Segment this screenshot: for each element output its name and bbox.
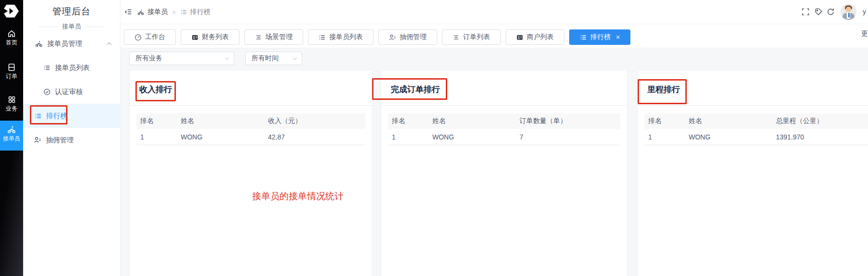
mileage-ranking-table: 排名 姓名 总里程（公里） 1 WONG 1391.970 bbox=[644, 113, 868, 145]
time-filter-select[interactable]: 所有时间 bbox=[245, 52, 302, 65]
top-header: 接单员 > 排行榜 bbox=[120, 0, 868, 24]
business-filter-select[interactable]: 所有业务 bbox=[129, 52, 234, 65]
sidebar-section-label: 接单员 bbox=[23, 22, 120, 31]
rail-item-couriers-active[interactable]: 接单员 bbox=[0, 121, 23, 151]
tab-ranking-active[interactable]: 排行榜 × bbox=[569, 29, 630, 45]
rider-icon bbox=[137, 9, 145, 15]
apps-icon bbox=[8, 96, 16, 104]
tab-commission-management[interactable]: 抽佣管理 bbox=[378, 29, 437, 45]
list-icon bbox=[180, 9, 187, 15]
cell-rank: 1 bbox=[644, 133, 685, 141]
cell-value: 7 bbox=[516, 133, 620, 141]
sidebar-item-courier-management[interactable]: 接单员管理 bbox=[23, 31, 120, 55]
select-value: 所有业务 bbox=[135, 54, 162, 63]
table-row: 1 WONG 7 bbox=[388, 129, 620, 145]
rail-item-business[interactable]: 业务 bbox=[0, 96, 23, 112]
card-icon bbox=[191, 34, 199, 41]
tab-label: 场景管理 bbox=[266, 33, 293, 41]
cell-name: WONG bbox=[685, 133, 772, 141]
sidebar-item-commission-management[interactable]: 抽佣管理 bbox=[23, 128, 120, 152]
tab-label: 财务列表 bbox=[202, 33, 229, 41]
username-text[interactable]: y bbox=[863, 8, 866, 15]
rail-item-label: 首页 bbox=[0, 39, 23, 46]
order-icon bbox=[7, 63, 16, 71]
rider-icon bbox=[7, 125, 16, 134]
table-row: 1 WONG 1391.970 bbox=[644, 129, 868, 145]
rail-item-orders[interactable]: 订单 bbox=[0, 63, 23, 80]
sidebar-item-courier-list[interactable]: 接单员列表 bbox=[23, 55, 120, 80]
sidebar-item-certification-review[interactable]: 认证审核 bbox=[23, 80, 120, 104]
open-tabs-bar: 工作台 财务列表 场景管理 接单员列表 bbox=[120, 24, 868, 48]
theme-tag-icon[interactable] bbox=[815, 8, 823, 16]
check-circle-icon bbox=[43, 88, 51, 96]
sidebar-item-label: 认证审核 bbox=[55, 87, 83, 97]
chevron-down-icon bbox=[225, 56, 229, 60]
column-header: 姓名 bbox=[177, 117, 264, 125]
column-header: 排名 bbox=[136, 117, 177, 125]
person-icon bbox=[389, 34, 396, 41]
tab-label: 接单员列表 bbox=[329, 33, 363, 41]
column-header: 收入（元） bbox=[264, 117, 365, 125]
orders-ranking-card: 完成订单排行 排名 姓名 订单数量（单） 1 WONG 7 bbox=[381, 70, 628, 276]
tab-merchant-list[interactable]: 商户列表 bbox=[506, 29, 564, 45]
breadcrumb-item-ranking: 排行榜 bbox=[180, 8, 211, 16]
table-header-row: 排名 姓名 订单数量（单） bbox=[388, 113, 620, 129]
sidebar-item-label: 排行榜 bbox=[46, 111, 67, 121]
avatar-face bbox=[846, 7, 851, 12]
home-icon bbox=[7, 29, 16, 38]
mileage-ranking-card: 里程排行 排名 姓名 总里程（公里） 1 WONG 1391.970 bbox=[637, 70, 868, 276]
avatar-tie bbox=[848, 13, 850, 17]
tab-order-list[interactable]: 订单列表 bbox=[442, 29, 501, 45]
income-ranking-card: 收入排行 排名 姓名 收入（元） 1 WONG 42.87 bbox=[129, 70, 373, 276]
tab-label: 商户列表 bbox=[527, 33, 554, 41]
cell-name: WONG bbox=[177, 133, 264, 141]
cell-rank: 1 bbox=[136, 133, 177, 141]
select-value: 所有时间 bbox=[252, 54, 279, 63]
card-title: 收入排行 bbox=[130, 70, 372, 106]
column-header: 总里程（公里） bbox=[772, 117, 868, 125]
breadcrumb-item-couriers[interactable]: 接单员 bbox=[137, 8, 168, 16]
rail-item-label: 业务 bbox=[0, 105, 23, 112]
user-avatar[interactable] bbox=[841, 4, 856, 20]
fullscreen-icon[interactable] bbox=[801, 8, 810, 16]
rail-item-label: 订单 bbox=[0, 73, 23, 80]
app-logo-icon[interactable] bbox=[3, 4, 20, 18]
main-content: 所有业务 所有时间 收入排行 排名 姓名 收入（元） 1 WONG 42.87 bbox=[120, 48, 868, 276]
app-title: 管理后台 bbox=[23, 5, 120, 18]
close-icon[interactable]: × bbox=[616, 34, 620, 41]
tab-courier-list[interactable]: 接单员列表 bbox=[308, 29, 374, 45]
person-icon bbox=[34, 136, 41, 144]
card-icon bbox=[516, 34, 523, 41]
income-ranking-table: 排名 姓名 收入（元） 1 WONG 42.87 bbox=[136, 113, 365, 145]
column-header: 排名 bbox=[388, 117, 428, 125]
tabs-overflow-text[interactable]: 更 bbox=[861, 29, 868, 38]
refresh-icon[interactable] bbox=[827, 8, 835, 16]
column-header: 姓名 bbox=[428, 117, 516, 125]
breadcrumb-separator: > bbox=[172, 9, 176, 16]
primary-nav-rail: 首页 订单 业务 接单员 bbox=[0, 0, 23, 276]
table-header-row: 排名 姓名 总里程（公里） bbox=[644, 113, 868, 129]
menu-fold-icon[interactable] bbox=[124, 8, 133, 16]
lines-icon bbox=[453, 34, 460, 41]
sidebar-item-label: 接单员列表 bbox=[55, 63, 90, 72]
sidebar-item-label: 接单员管理 bbox=[47, 39, 82, 48]
sidebar-item-label: 抽佣管理 bbox=[46, 136, 74, 145]
list-icon bbox=[319, 34, 326, 41]
rider-icon bbox=[35, 40, 43, 47]
rail-item-home[interactable]: 首页 bbox=[0, 29, 23, 46]
tab-scene-management[interactable]: 场景管理 bbox=[244, 29, 303, 45]
tab-label: 排行榜 bbox=[590, 33, 611, 41]
cell-value: 42.87 bbox=[264, 133, 365, 141]
breadcrumb-label: 接单员 bbox=[147, 8, 168, 16]
cell-name: WONG bbox=[428, 133, 516, 141]
tab-label: 订单列表 bbox=[463, 33, 490, 41]
lines-icon bbox=[255, 34, 262, 41]
tab-label: 抽佣管理 bbox=[400, 33, 427, 41]
card-title: 里程排行 bbox=[638, 70, 868, 106]
table-header-row: 排名 姓名 收入（元） bbox=[136, 113, 365, 129]
tab-finance-list[interactable]: 财务列表 bbox=[181, 29, 240, 45]
breadcrumb-label: 排行榜 bbox=[190, 8, 211, 16]
column-header: 姓名 bbox=[685, 117, 772, 125]
tab-workbench[interactable]: 工作台 bbox=[124, 29, 176, 45]
sidebar-item-ranking-active[interactable]: 排行榜 bbox=[23, 104, 120, 128]
